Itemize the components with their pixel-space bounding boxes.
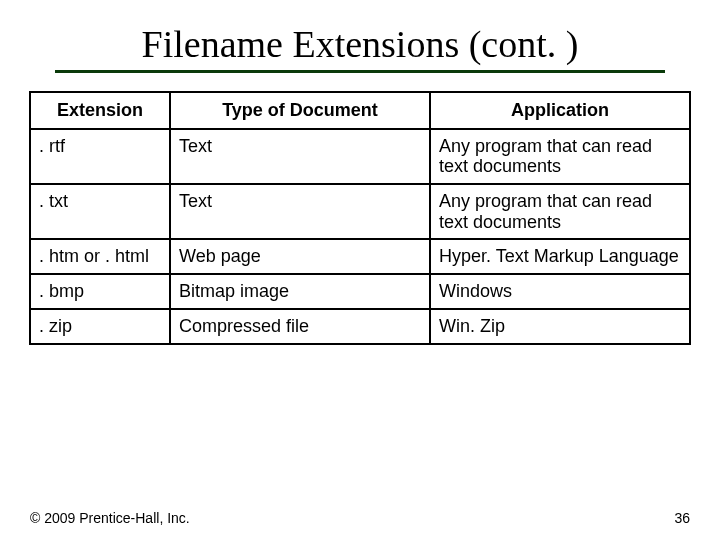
cell-extension: . zip (30, 309, 170, 344)
cell-application: Any program that can read text documents (430, 184, 690, 239)
cell-extension: . bmp (30, 274, 170, 309)
cell-extension: . txt (30, 184, 170, 239)
table-row: . rtf Text Any program that can read tex… (30, 129, 690, 184)
table-row: . bmp Bitmap image Windows (30, 274, 690, 309)
page-title: Filename Extensions (cont. ) (0, 0, 720, 70)
title-underline (55, 70, 665, 73)
cell-type: Compressed file (170, 309, 430, 344)
cell-extension: . htm or . html (30, 239, 170, 274)
header-extension: Extension (30, 92, 170, 129)
cell-type: Bitmap image (170, 274, 430, 309)
cell-application: Any program that can read text documents (430, 129, 690, 184)
header-type: Type of Document (170, 92, 430, 129)
cell-type: Text (170, 129, 430, 184)
cell-type: Web page (170, 239, 430, 274)
cell-type: Text (170, 184, 430, 239)
table-row: . htm or . html Web page Hyper. Text Mar… (30, 239, 690, 274)
header-application: Application (430, 92, 690, 129)
cell-application: Win. Zip (430, 309, 690, 344)
extensions-table: Extension Type of Document Application .… (29, 91, 691, 345)
copyright-footer: © 2009 Prentice-Hall, Inc. (30, 510, 190, 526)
table-header-row: Extension Type of Document Application (30, 92, 690, 129)
cell-extension: . rtf (30, 129, 170, 184)
slide: Filename Extensions (cont. ) Extension T… (0, 0, 720, 540)
page-number: 36 (674, 510, 690, 526)
table-row: . txt Text Any program that can read tex… (30, 184, 690, 239)
cell-application: Windows (430, 274, 690, 309)
table-row: . zip Compressed file Win. Zip (30, 309, 690, 344)
cell-application: Hyper. Text Markup Language (430, 239, 690, 274)
